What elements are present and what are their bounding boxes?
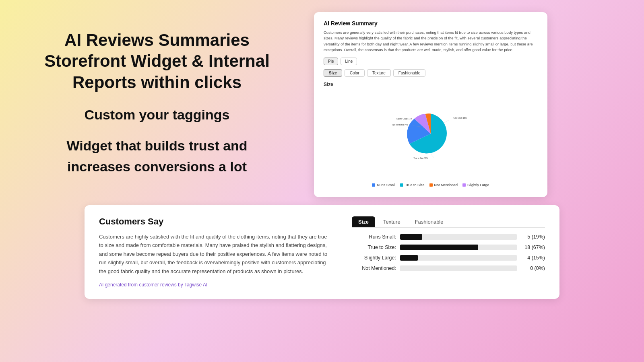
label-runs-small: Runs Small: 15% (453, 117, 467, 119)
chart-section-title: Size (324, 82, 538, 87)
bar-fill-runs-small (400, 234, 422, 240)
legend-true-to-size: True to Size (400, 183, 424, 187)
bar-label-runs-small: Runs Small: (352, 234, 396, 240)
tab-fashionable[interactable]: Fashionable (409, 216, 450, 227)
bar-label-slightly-large: Slightly Large: (352, 255, 396, 261)
legend-dot-runs-small (372, 183, 375, 187)
bar-fill-true-to-size (400, 245, 478, 250)
legend-label-runs-small: Runs Small (377, 183, 395, 187)
ai-generated: AI generated from customer reviews by Ta… (99, 282, 332, 288)
bar-track-true-to-size (400, 245, 517, 250)
legend-dot-not-mentioned (429, 183, 433, 187)
card-description: Customers are generally very satisfied w… (324, 30, 538, 53)
tagwise-ai-link[interactable]: Tagwise AI (184, 282, 207, 288)
label-slightly-large: Slightly Large: 11% (396, 118, 412, 120)
pie-legend: Runs Small True to Size Not Mentioned Sl… (372, 183, 489, 187)
tab-texture[interactable]: Texture (377, 216, 407, 227)
widget-right: Size Texture Fashionable Runs Small: 5 (… (352, 216, 545, 288)
legend-label-not-mentioned: Not Mentioned (434, 183, 458, 187)
bar-label-not-mentioned: Not Mentioned: (352, 265, 396, 271)
bar-track-runs-small (400, 234, 517, 240)
fashionable-tag-button[interactable]: Fashionable (393, 69, 425, 77)
tab-size[interactable]: Size (352, 216, 375, 227)
legend-dot-slightly-large (462, 183, 466, 187)
ai-generated-text: AI generated from customer reviews by (99, 282, 184, 288)
bar-label-true-to-size: True to Size: (352, 245, 396, 250)
texture-tag-button[interactable]: Texture (367, 69, 391, 77)
review-card: AI Review Summary Customers are generall… (314, 12, 547, 197)
svg-line-0 (443, 120, 449, 124)
bar-track-not-mentioned (400, 265, 517, 271)
tag-buttons: Size Color Texture Fashionable (324, 69, 538, 77)
bottom-section: Customers Say Customers are highly satis… (0, 205, 644, 362)
pie-chart-container: Runs Small: 15% Slightly Large: 11% Not … (324, 90, 538, 187)
pie-button[interactable]: Pie (324, 58, 338, 65)
legend-dot-true-to-size (400, 183, 403, 187)
card-title: AI Review Summary (324, 20, 538, 27)
bar-row-slightly-large: Slightly Large: 4 (15%) (352, 255, 545, 261)
legend-label-true-to-size: True to Size (405, 183, 424, 187)
label-true-to-size: True to Size: 70% (414, 157, 428, 159)
widget-left: Customers Say Customers are highly satis… (99, 216, 332, 288)
size-tag-button[interactable]: Size (324, 69, 342, 77)
widget-tabs: Size Texture Fashionable (352, 216, 545, 228)
bar-value-runs-small: 5 (19%) (521, 234, 545, 240)
widget-title: Customers Say (99, 216, 332, 227)
color-tag-button[interactable]: Color (345, 69, 365, 77)
legend-label-slightly-large: Slightly Large (467, 183, 489, 187)
hero-line1: AI Reviews Summaries Storefront Widget &… (32, 30, 282, 93)
bar-value-slightly-large: 4 (15%) (521, 255, 545, 261)
bar-value-not-mentioned: 0 (0%) (521, 265, 545, 271)
bar-row-runs-small: Runs Small: 5 (19%) (352, 234, 545, 240)
customers-say-widget: Customers Say Customers are highly satis… (85, 205, 559, 299)
pie-chart-svg: Runs Small: 15% Slightly Large: 11% Not … (386, 90, 475, 179)
legend-runs-small: Runs Small (372, 183, 395, 187)
widget-description: Customers are highly satisfied with the … (99, 232, 332, 276)
bar-rows: Runs Small: 5 (19%) True to Size: 18 (67… (352, 234, 545, 271)
main-layout: AI Reviews Summaries Storefront Widget &… (0, 0, 644, 362)
legend-not-mentioned: Not Mentioned (429, 183, 458, 187)
hero-subtitle2: Widget that builds trust and increases c… (32, 134, 282, 175)
line-button[interactable]: Line (341, 58, 357, 65)
hero-text: AI Reviews Summaries Storefront Widget &… (0, 6, 314, 200)
bar-fill-slightly-large (400, 255, 418, 261)
bar-row-not-mentioned: Not Mentioned: 0 (0%) (352, 265, 545, 271)
bar-value-true-to-size: 18 (67%) (521, 245, 545, 250)
legend-slightly-large: Slightly Large (462, 183, 489, 187)
hero-subtitle1: Custom your taggings (32, 106, 282, 123)
chart-type-buttons: Pie Line (324, 58, 538, 65)
top-section: AI Reviews Summaries Storefront Widget &… (0, 0, 644, 205)
label-not-mentioned: Not Mentioned: 4% (392, 124, 408, 126)
bar-row-true-to-size: True to Size: 18 (67%) (352, 245, 545, 250)
bar-track-slightly-large (400, 255, 517, 261)
svg-line-3 (431, 154, 434, 158)
